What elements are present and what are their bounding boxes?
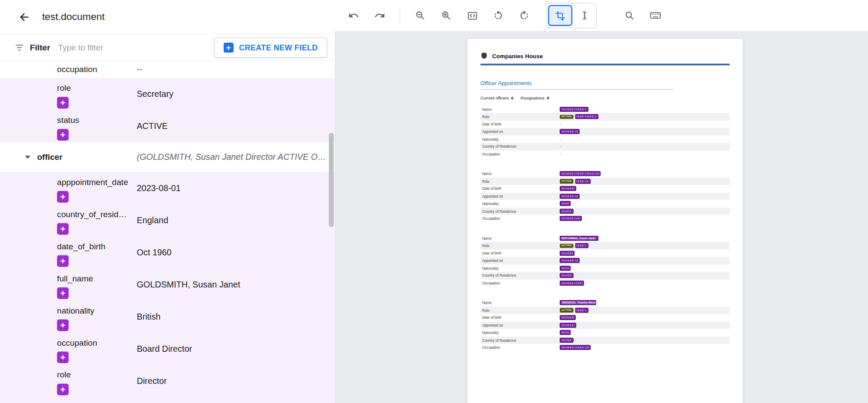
annotation-chip[interactable] <box>575 308 588 313</box>
field-row[interactable]: country_of_resid…England <box>0 204 335 236</box>
undo-icon <box>348 10 359 21</box>
redacted-text <box>561 203 569 205</box>
annotation-chip[interactable] <box>560 194 580 198</box>
annotation-chip[interactable] <box>560 266 571 271</box>
field-value: (GOLDSMITH, Susan Janet Director ACTIVE … <box>137 152 328 162</box>
scrollbar-thumb[interactable] <box>329 133 333 227</box>
officer-row-value: JENNINGS, Timothy Michael <box>560 300 729 305</box>
field-row[interactable]: officer(GOLDSMITH, Susan Janet Director … <box>0 142 335 172</box>
crop-add-icon <box>554 10 565 21</box>
entity-sparkle-icon[interactable] <box>57 191 69 203</box>
field-row[interactable]: statusACTIVE <box>0 110 335 142</box>
annotation-chip[interactable] <box>560 258 580 263</box>
field-row[interactable]: roleDirector <box>0 365 335 397</box>
code-view-button[interactable] <box>462 6 482 26</box>
filter-label: Filter <box>30 43 50 52</box>
field-value: Director <box>137 376 167 386</box>
zoom-in-button[interactable] <box>436 6 456 26</box>
undo-button[interactable] <box>344 6 364 26</box>
officer-row: Occupation <box>481 279 730 287</box>
entity-sparkle-icon[interactable] <box>57 255 69 267</box>
keyboard-icon <box>649 10 661 22</box>
field-row[interactable]: occupation-- <box>0 61 335 78</box>
annotation-chip[interactable] <box>560 323 576 327</box>
redacted-text <box>561 218 580 219</box>
field-label: country_of_resid… <box>57 209 127 220</box>
annotation-chip[interactable] <box>560 337 574 342</box>
officer-row-label: Appointed on <box>481 259 560 263</box>
officer-row: RoleACTIVE <box>481 307 730 314</box>
field-row[interactable]: full_nameGOLDSMITH, Susan Janet <box>0 268 335 301</box>
officer-row: Appointed on <box>481 128 730 135</box>
stat-label: Current officers <box>481 96 509 100</box>
annotation-chip[interactable]: JENNINGS, Timothy Michael <box>560 300 596 305</box>
field-label: occupation <box>57 64 97 75</box>
entity-sparkle-icon[interactable] <box>57 97 69 109</box>
field-label: apppointment_date <box>57 177 128 188</box>
field-row[interactable]: occupationBoard Director <box>0 333 335 365</box>
document-brand-row: Companies House <box>481 52 730 59</box>
collapse-caret-icon[interactable] <box>25 155 30 159</box>
annotation-chip[interactable] <box>560 107 588 112</box>
annotation-chip[interactable] <box>560 201 571 206</box>
annotation-chip[interactable] <box>560 171 601 176</box>
entity-sparkle-icon[interactable] <box>57 352 69 363</box>
redo-button[interactable] <box>370 6 390 26</box>
annotation-chip[interactable] <box>560 281 584 285</box>
entity-sparkle-icon[interactable] <box>57 223 69 235</box>
rotate-left-button[interactable] <box>488 6 508 26</box>
annotation-chip[interactable] <box>560 251 574 255</box>
redacted-text <box>577 180 589 182</box>
document-canvas: Companies House Officer Appointments Cur… <box>335 32 868 403</box>
officer-row-label: Occupation <box>481 152 560 156</box>
redacted-text <box>561 317 574 319</box>
officer-row-label: Occupation <box>481 346 560 350</box>
filter-bar: Filter CREATE NEW FIELD <box>0 34 335 61</box>
rotate-right-button[interactable] <box>514 6 534 26</box>
create-new-field-button[interactable]: CREATE NEW FIELD <box>214 37 327 57</box>
entity-sparkle-icon[interactable] <box>57 384 69 396</box>
annotation-chip[interactable] <box>560 330 571 335</box>
field-value: -- <box>137 64 142 75</box>
entity-sparkle-icon[interactable] <box>57 320 69 331</box>
field-value: 2023-08-01 <box>137 183 181 193</box>
field-row[interactable]: date_of_birthOct 1960 <box>0 236 335 268</box>
annotation-chip[interactable] <box>575 114 598 119</box>
redacted-text <box>561 252 572 254</box>
redacted-text <box>561 339 571 341</box>
back-button[interactable] <box>13 6 36 28</box>
officer-row-value <box>560 216 729 221</box>
text-select-tool-button[interactable] <box>574 6 594 26</box>
annotation-chip[interactable] <box>575 243 588 248</box>
annotation-chip[interactable] <box>560 186 576 191</box>
role-active-badge: ACTIVE <box>560 243 573 248</box>
entity-sparkle-icon[interactable] <box>57 287 69 299</box>
field-row[interactable]: nationalityBritish <box>0 301 335 333</box>
officer-row-label: Role <box>481 179 560 183</box>
annotation-chip[interactable] <box>560 345 591 350</box>
field-label-group: occupation <box>57 337 97 363</box>
app: test.document Filter CREATE NEW FIELD oc… <box>0 0 868 403</box>
field-row[interactable]: apppointment_date2023-08-01 <box>0 172 335 204</box>
annotation-chip[interactable] <box>575 178 591 183</box>
entity-sparkle-icon[interactable] <box>57 129 69 141</box>
search-button[interactable] <box>620 6 640 26</box>
annotation-chip[interactable] <box>560 129 580 134</box>
annotation-chip[interactable] <box>560 273 574 278</box>
officer-row: Occupation <box>481 344 730 351</box>
keyboard-shortcuts-button[interactable] <box>646 6 666 26</box>
annotation-chip[interactable]: WATCHMAN, Susan Janet <box>560 236 598 241</box>
zoom-out-button[interactable] <box>410 6 430 26</box>
filter-input[interactable] <box>58 43 179 52</box>
text-select-icon <box>579 10 590 21</box>
rotate-left-icon <box>493 10 504 21</box>
annotation-chip[interactable] <box>560 208 574 213</box>
officer-row-value <box>560 337 729 342</box>
annotation-chip[interactable] <box>560 315 576 320</box>
role-active-badge: ACTIVE <box>560 114 573 119</box>
redacted-text <box>561 188 574 190</box>
annotation-chip[interactable] <box>560 216 582 221</box>
crop-add-tool-button[interactable] <box>548 5 572 26</box>
field-row[interactable]: roleSecretary <box>0 78 335 110</box>
officer-row-value <box>560 194 729 198</box>
